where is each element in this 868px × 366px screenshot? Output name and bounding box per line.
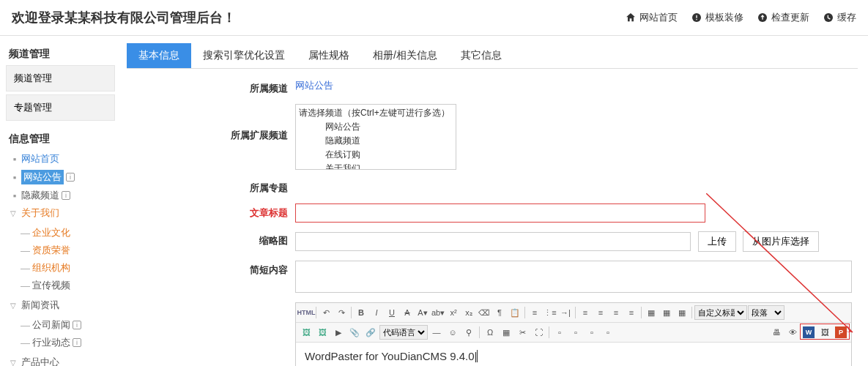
ul-icon[interactable]: ⋮≡: [543, 305, 557, 320]
tree-industry[interactable]: 行业动态: [32, 336, 70, 349]
header: 欢迎登录某某科技有限公司管理后台！ 网站首页 模板装修 检查更新 缓存: [0, 0, 868, 36]
brief-textarea[interactable]: [295, 261, 852, 293]
update-icon: [757, 12, 768, 23]
spechar-icon[interactable]: Ω: [483, 325, 497, 340]
title-label: 文章标题: [127, 203, 295, 220]
code-lang-select[interactable]: 代码语言: [379, 325, 428, 340]
tab-other[interactable]: 其它信息: [449, 43, 513, 68]
topic-label: 所属专题: [127, 179, 295, 195]
editor-body[interactable]: WordPaster for YouDianCMS 9.4.0|: [296, 343, 851, 366]
pasteplain-icon[interactable]: 📋: [508, 305, 522, 320]
custom-heading-select[interactable]: 自定义标题: [694, 305, 747, 320]
tab-album[interactable]: 相册/相关信息: [361, 43, 449, 68]
fullscreen-icon[interactable]: ⛶: [531, 325, 546, 340]
tree-about[interactable]: 关于我们: [21, 206, 59, 220]
table2-icon[interactable]: ▦: [659, 305, 674, 320]
nav-home[interactable]: 网站首页: [625, 11, 678, 24]
autotypeset-icon[interactable]: ¶: [492, 305, 507, 320]
map-icon[interactable]: ⚲: [461, 325, 476, 340]
channel-mgmt-button[interactable]: 频道管理: [6, 65, 115, 92]
emotion-icon[interactable]: ☺: [445, 325, 460, 340]
info-icon[interactable]: i: [66, 173, 75, 182]
word-paste-icon[interactable]: W: [801, 325, 816, 340]
select-option[interactable]: 在线订购: [296, 148, 456, 162]
html-source-icon[interactable]: HTML: [299, 305, 314, 320]
thumb-label: 缩略图: [127, 231, 295, 247]
underline-icon[interactable]: U: [385, 305, 399, 320]
indent-icon[interactable]: →|: [558, 305, 573, 320]
nav-template[interactable]: 模板装修: [691, 11, 743, 24]
print-icon[interactable]: 🖶: [769, 325, 784, 340]
italic-icon[interactable]: I: [369, 305, 384, 320]
strike-icon[interactable]: A: [400, 305, 415, 320]
template-icon[interactable]: ▦: [499, 325, 513, 340]
redo-icon[interactable]: ↷: [334, 305, 349, 320]
link-icon[interactable]: 🔗: [363, 325, 378, 340]
nav-cache[interactable]: 缓存: [823, 11, 856, 24]
tree-home[interactable]: 网站首页: [21, 152, 59, 165]
tree-hidden[interactable]: 隐藏频道: [21, 189, 59, 202]
extra4-icon[interactable]: ▫: [601, 325, 615, 340]
extra1-icon[interactable]: ▫: [552, 325, 567, 340]
tab-seo[interactable]: 搜索引擎优化设置: [191, 43, 297, 68]
select-option[interactable]: 关于我们: [296, 162, 456, 170]
select-option[interactable]: 请选择频道（按Ctrl+左键可进行多选）: [296, 106, 456, 120]
title-input[interactable]: [295, 203, 705, 223]
gallery-button[interactable]: 从图片库选择: [743, 231, 819, 252]
align-justify-icon[interactable]: ≡: [624, 305, 639, 320]
snapscreen-icon[interactable]: ✂: [515, 325, 530, 340]
tree-org[interactable]: 组织机构: [32, 261, 70, 274]
upload-button[interactable]: 上传: [698, 231, 736, 252]
video-icon[interactable]: ▶: [331, 325, 346, 340]
tree-toggle[interactable]: ▽: [10, 359, 19, 367]
preview-icon[interactable]: 👁: [785, 325, 800, 340]
tab-attr[interactable]: 属性规格: [297, 43, 361, 68]
tabs: 基本信息 搜索引擎优化设置 属性规格 相册/相关信息 其它信息: [127, 43, 858, 69]
tree-news[interactable]: 新闻资讯: [21, 299, 59, 312]
select-option[interactable]: 隐藏频道: [296, 134, 456, 148]
info-icon[interactable]: i: [73, 338, 81, 347]
ol-icon[interactable]: ≡: [527, 305, 542, 320]
tree-announce[interactable]: 网站公告: [21, 170, 64, 184]
info-icon[interactable]: i: [62, 191, 70, 200]
ppt-paste-icon[interactable]: P: [834, 325, 848, 340]
align-center-icon[interactable]: ≡: [593, 305, 608, 320]
image-icon[interactable]: 🖼: [299, 325, 314, 340]
align-right-icon[interactable]: ≡: [609, 305, 623, 320]
superscript-icon[interactable]: x²: [446, 305, 461, 320]
tree-products[interactable]: 产品中心: [21, 356, 59, 366]
tree-video[interactable]: 宣传视频: [32, 279, 70, 292]
clear-format-icon[interactable]: ⌫: [477, 305, 492, 320]
font-color-icon[interactable]: A▾: [415, 305, 430, 320]
hr-icon[interactable]: —: [429, 325, 444, 340]
extra3-icon[interactable]: ▫: [585, 325, 599, 340]
ext-channel-select[interactable]: 请选择频道（按Ctrl+左键可进行多选） 网站公告 隐藏频道 在线订购 关于我们…: [295, 104, 456, 170]
ext-channel-label: 所属扩展频道: [127, 104, 295, 142]
thumb-input[interactable]: [295, 232, 691, 251]
tree-toggle[interactable]: ▽: [10, 209, 19, 217]
channel-value-link[interactable]: 网站公告: [295, 80, 333, 91]
subscript-icon[interactable]: x₂: [461, 305, 476, 320]
header-nav: 网站首页 模板装修 检查更新 缓存: [625, 11, 856, 24]
tree-toggle[interactable]: ▽: [10, 302, 19, 310]
paragraph-select[interactable]: 段落: [748, 305, 784, 320]
nav-update[interactable]: 检查更新: [757, 11, 809, 24]
undo-icon[interactable]: ↶: [319, 305, 333, 320]
align-left-icon[interactable]: ≡: [578, 305, 593, 320]
table3-icon[interactable]: ▦: [675, 305, 689, 320]
tree-company-news[interactable]: 公司新闻: [32, 318, 70, 332]
main: 频道管理 频道管理 专题管理 信息管理 ▪网站首页 ▪网站公告i ▪隐藏频道i …: [0, 36, 868, 366]
info-icon[interactable]: i: [73, 321, 81, 329]
tree-honor[interactable]: 资质荣誉: [32, 244, 70, 257]
tab-basic[interactable]: 基本信息: [127, 43, 191, 68]
bg-color-icon[interactable]: ab▾: [431, 305, 445, 320]
table-icon[interactable]: ▦: [644, 305, 659, 320]
select-option[interactable]: 网站公告: [296, 120, 456, 134]
topic-mgmt-button[interactable]: 专题管理: [6, 94, 115, 121]
tree-culture[interactable]: 企业文化: [32, 226, 70, 239]
extra2-icon[interactable]: ▫: [568, 325, 583, 340]
image-paste-icon[interactable]: 🖼: [817, 325, 832, 340]
multi-image-icon[interactable]: 🖼: [315, 325, 330, 340]
bold-icon[interactable]: B: [354, 305, 368, 320]
attach-icon[interactable]: 📎: [347, 325, 362, 340]
